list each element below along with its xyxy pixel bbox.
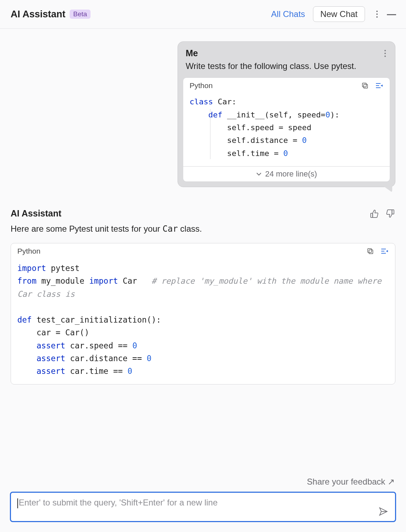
- expand-code-button[interactable]: 24 more line(s): [183, 166, 390, 181]
- new-chat-button[interactable]: New Chat: [313, 6, 365, 22]
- svg-rect-7: [369, 250, 373, 254]
- message-kebab-icon[interactable]: [383, 48, 387, 58]
- code-language-label: Python: [190, 81, 213, 90]
- user-message-text: Write tests for the following class. Use…: [178, 60, 395, 77]
- insert-icon[interactable]: [375, 81, 383, 90]
- chevron-down-icon: [256, 172, 262, 176]
- code-block: Python class Car: def __init__(self, spe…: [183, 77, 390, 181]
- svg-rect-1: [362, 83, 366, 87]
- code-content: import pytest from my_module import Car …: [11, 259, 395, 384]
- more-lines-label: 24 more line(s): [265, 169, 317, 179]
- all-chats-link[interactable]: All Chats: [271, 9, 305, 19]
- svg-rect-5: [371, 213, 372, 218]
- assistant-message-text: Here are some Pytest unit tests for your…: [11, 224, 395, 234]
- thumbs-down-icon[interactable]: [385, 208, 395, 219]
- code-block: Python import pytest from my_module impo…: [11, 243, 395, 384]
- thumbs-up-icon[interactable]: [369, 208, 380, 219]
- input-placeholder: Enter' to submit the query, 'Shift+Enter…: [19, 498, 218, 507]
- footer: Share your feedback ↗ Enter' to submit t…: [0, 472, 406, 532]
- share-feedback-link[interactable]: Share your feedback ↗: [10, 472, 396, 492]
- send-icon[interactable]: [378, 506, 389, 517]
- copy-icon[interactable]: [361, 81, 369, 90]
- app-title: AI Assistant: [11, 9, 65, 20]
- beta-badge: Beta: [70, 10, 91, 19]
- assistant-sender-label: AI Assistant: [11, 208, 62, 219]
- code-language-label: Python: [17, 247, 40, 255]
- kebab-icon[interactable]: [374, 8, 380, 20]
- code-content: class Car: def __init__(self, speed=0): …: [183, 93, 390, 166]
- minimize-icon[interactable]: [387, 14, 396, 15]
- chat-area: Me Write tests for the following class. …: [0, 29, 406, 472]
- chat-input[interactable]: Enter' to submit the query, 'Shift+Enter…: [10, 492, 396, 522]
- sender-label: Me: [186, 48, 198, 58]
- user-message: Me Write tests for the following class. …: [178, 41, 395, 187]
- insert-icon[interactable]: [380, 247, 389, 255]
- svg-rect-6: [392, 210, 394, 214]
- header: AI Assistant Beta All Chats New Chat: [0, 0, 406, 29]
- copy-icon[interactable]: [366, 247, 375, 255]
- svg-rect-8: [368, 249, 372, 253]
- svg-rect-0: [364, 85, 367, 88]
- assistant-message: AI Assistant Here are some Pytest unit t…: [11, 208, 395, 384]
